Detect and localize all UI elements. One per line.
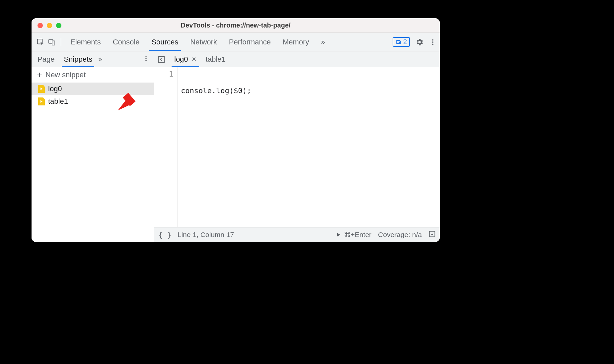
issues-badge[interactable]: 2 (393, 37, 410, 47)
coverage-status: Coverage: n/a (378, 231, 422, 239)
navigate-back-icon[interactable] (156, 54, 166, 64)
snippet-list: log0 table1 (32, 83, 154, 242)
nav-tabs-overflow-icon[interactable]: » (98, 55, 102, 64)
run-shortcut: ⌘+Enter (344, 231, 371, 239)
more-menu-icon[interactable] (429, 38, 436, 46)
navigator-tabs: Page Snippets » (32, 51, 154, 67)
issues-count: 2 (403, 38, 407, 46)
svg-rect-13 (158, 56, 164, 62)
content-area: Page Snippets » New snippet log0 table1 (32, 51, 440, 242)
snippet-item-log0[interactable]: log0 (32, 83, 154, 95)
toolbar-divider (61, 38, 61, 46)
toolbar-right: 2 (393, 37, 436, 47)
svg-point-9 (145, 58, 147, 59)
snippet-name: log0 (48, 85, 62, 93)
nav-tab-snippets[interactable]: Snippets (59, 51, 97, 67)
code-content[interactable]: console.log($0); (178, 67, 255, 227)
run-snippet-button[interactable]: ⌘+Enter (336, 231, 371, 239)
main-tabs: Elements Console Sources Network Perform… (64, 33, 393, 51)
new-snippet-label: New snippet (45, 71, 86, 79)
editor-tab-label: log0 (174, 55, 188, 64)
svg-point-10 (145, 60, 147, 61)
editor-tab-log0[interactable]: log0 ✕ (170, 51, 201, 67)
zoom-window-button[interactable] (56, 23, 61, 28)
svg-rect-3 (397, 41, 400, 42)
close-window-button[interactable] (38, 23, 43, 28)
svg-marker-14 (337, 233, 340, 237)
code-line: console.log($0); (181, 87, 251, 95)
svg-point-7 (432, 43, 433, 45)
snippet-name: table1 (48, 97, 68, 106)
editor-tab-table1[interactable]: table1 (201, 51, 230, 67)
navigator-sidebar: Page Snippets » New snippet log0 table1 (32, 51, 154, 242)
line-number: 1 (154, 70, 173, 78)
tab-sources[interactable]: Sources (145, 33, 184, 51)
devtools-window: DevTools - chrome://new-tab-page/ Elemen… (32, 18, 440, 242)
new-snippet-button[interactable]: New snippet (32, 67, 154, 83)
main-toolbar: Elements Console Sources Network Perform… (32, 33, 440, 51)
editor-pane: log0 ✕ table1 1 console.log($0); { } Lin (154, 51, 440, 242)
close-tab-icon[interactable]: ✕ (192, 56, 196, 63)
window-controls (32, 23, 61, 28)
editor-tabs: log0 ✕ table1 (154, 51, 440, 67)
snippet-item-table1[interactable]: table1 (32, 95, 154, 108)
tabs-overflow-icon[interactable]: » (315, 33, 331, 51)
nav-more-icon[interactable] (139, 55, 153, 64)
window-title: DevTools - chrome://new-tab-page/ (32, 22, 440, 29)
code-editor[interactable]: 1 console.log($0); (154, 67, 440, 227)
svg-point-8 (145, 56, 147, 57)
svg-rect-4 (397, 42, 399, 43)
pretty-print-icon[interactable]: { } (158, 231, 172, 239)
snippet-file-icon (38, 85, 45, 93)
minimize-window-button[interactable] (47, 23, 52, 28)
tab-performance[interactable]: Performance (223, 33, 277, 51)
line-gutter: 1 (154, 67, 178, 227)
nav-tab-page[interactable]: Page (33, 51, 59, 67)
svg-point-5 (432, 39, 433, 40)
editor-tab-label: table1 (206, 55, 226, 64)
svg-marker-16 (431, 233, 433, 235)
tab-console[interactable]: Console (107, 33, 146, 51)
snippet-file-icon (38, 97, 45, 105)
tab-memory[interactable]: Memory (277, 33, 315, 51)
editor-statusbar: { } Line 1, Column 17 ⌘+Enter Coverage: … (154, 227, 440, 242)
tab-network[interactable]: Network (184, 33, 223, 51)
settings-icon[interactable] (415, 38, 424, 46)
device-toolbar-icon[interactable] (46, 36, 57, 48)
svg-rect-2 (52, 41, 55, 45)
inspect-icon[interactable] (35, 36, 46, 48)
titlebar: DevTools - chrome://new-tab-page/ (32, 18, 440, 33)
tab-elements[interactable]: Elements (64, 33, 107, 51)
svg-point-6 (432, 41, 433, 42)
cursor-position: Line 1, Column 17 (178, 231, 234, 239)
drawer-toggle-icon[interactable] (428, 230, 436, 239)
